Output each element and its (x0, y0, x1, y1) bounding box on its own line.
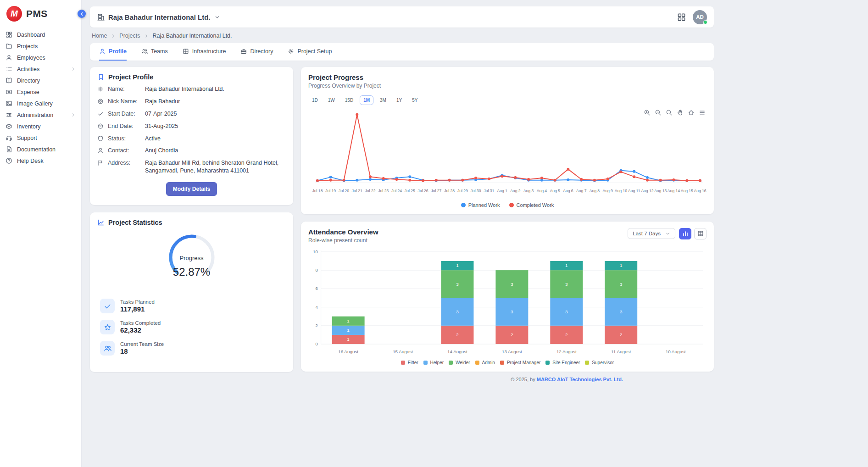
range-button-1d[interactable]: 1D (308, 95, 322, 105)
support-icon (6, 134, 12, 141)
progress-line-chart: Jul 18Jul 19Jul 20Jul 21Jul 22Jul 23Jul … (308, 106, 707, 200)
briefcase-icon (240, 48, 247, 55)
footer-company-link[interactable]: MARCO AIoT Technologies Pvt. Ltd. (537, 377, 623, 382)
range-button-1y[interactable]: 1Y (393, 95, 406, 105)
breadcrumb-separator (144, 33, 149, 39)
range-button-3m[interactable]: 3M (376, 95, 390, 105)
zoom-in-icon[interactable] (644, 109, 651, 116)
legend-completed-work[interactable]: Completed Work (509, 202, 554, 208)
svg-text:11 August: 11 August (611, 349, 631, 354)
employees-icon (6, 54, 12, 61)
sidebar-collapse-button[interactable] (78, 10, 86, 18)
person-icon (97, 147, 104, 154)
circle-x-icon (97, 123, 104, 129)
user-avatar[interactable]: AD (693, 10, 707, 24)
card-subtitle: Progress Overview by Project (308, 83, 707, 89)
sidebar-item-directory[interactable]: Directory (0, 75, 81, 86)
legend-supervisor[interactable]: Supervisor (585, 360, 614, 365)
apps-grid-icon[interactable] (677, 13, 686, 22)
sidebar-item-inventory[interactable]: Inventory (0, 121, 81, 132)
menu-icon[interactable] (699, 109, 706, 116)
administration-icon (6, 111, 12, 118)
range-button-15d[interactable]: 15D (341, 95, 357, 105)
app-logo[interactable]: M PMS (0, 0, 81, 29)
breadcrumb-item-projects[interactable]: Projects (119, 33, 140, 39)
sidebar-item-expense[interactable]: Expense (0, 86, 81, 98)
sidebar-item-support[interactable]: Support (0, 132, 81, 144)
sidebar-item-administration[interactable]: Administration (0, 109, 81, 121)
app-brand: PMS (26, 8, 48, 19)
check-icon (100, 299, 115, 313)
legend-swatch (401, 361, 405, 365)
zoom-out-icon[interactable] (655, 109, 662, 116)
sidebar-item-help-desk[interactable]: Help Desk (0, 155, 81, 167)
view-toggles (679, 228, 707, 239)
legend-project-manager[interactable]: Project Manager (500, 360, 540, 365)
attendance-bar-chart: 024681016 August11115 August14 August233… (308, 247, 707, 360)
svg-text:8: 8 (316, 268, 318, 272)
top-header: Raja Bahadur International Ltd. AD (90, 6, 714, 28)
avatar-initials: AD (696, 14, 704, 20)
svg-text:Aug 5: Aug 5 (550, 189, 560, 193)
tab-profile[interactable]: Profile (99, 43, 127, 61)
tab-directory[interactable]: Directory (240, 43, 273, 61)
profile-field-address: Address:Raja Bahadur Mill Rd, behind She… (97, 159, 286, 175)
sidebar-item-dashboard[interactable]: Dashboard (0, 29, 81, 40)
tab-infrastructure[interactable]: Infrastructure (183, 43, 226, 61)
tab-project-setup[interactable]: Project Setup (288, 43, 332, 61)
profile-field-name: Name:Raja Bahadur International Ltd. (97, 85, 286, 93)
svg-text:Aug 9: Aug 9 (602, 189, 613, 193)
svg-text:4: 4 (316, 305, 318, 309)
tab-teams[interactable]: Teams (141, 43, 168, 61)
svg-text:Aug 3: Aug 3 (523, 189, 534, 193)
modify-details-button[interactable]: Modify Details (166, 182, 217, 196)
svg-text:2: 2 (456, 332, 458, 337)
sidebar-item-documentation[interactable]: Documentation (0, 144, 81, 155)
selection-zoom-icon[interactable] (666, 109, 673, 116)
svg-text:Jul 27: Jul 27 (431, 189, 441, 193)
table-view-button[interactable] (694, 228, 707, 239)
documentation-icon (6, 146, 12, 153)
infrastructure-icon (183, 48, 189, 55)
svg-text:Jul 31: Jul 31 (484, 189, 494, 193)
breadcrumb-item-home[interactable]: Home (92, 33, 107, 39)
svg-text:1: 1 (565, 263, 568, 268)
legend-swatch (545, 361, 550, 365)
legend-swatch (475, 361, 479, 365)
svg-text:2: 2 (511, 332, 513, 337)
legend-helper[interactable]: Helper (423, 360, 444, 365)
building-icon (97, 13, 105, 21)
range-button-5y[interactable]: 5Y (408, 95, 421, 105)
svg-text:Jul 19: Jul 19 (325, 189, 336, 193)
sidebar-item-employees[interactable]: Employees (0, 52, 81, 63)
range-button-1m[interactable]: 1M (360, 95, 373, 105)
range-button-1w[interactable]: 1W (324, 95, 339, 105)
svg-text:Aug 4: Aug 4 (537, 189, 547, 193)
legend-admin[interactable]: Admin (475, 360, 495, 365)
svg-text:Jul 22: Jul 22 (365, 189, 376, 193)
bar-chart-icon (682, 230, 689, 237)
sidebar-item-projects[interactable]: Projects (0, 40, 81, 52)
home-icon[interactable] (688, 109, 695, 116)
legend-planned-work[interactable]: Planned Work (461, 202, 500, 208)
date-range-select[interactable]: Last 7 Days (628, 228, 675, 239)
legend-welder[interactable]: Welder (449, 360, 470, 365)
profile-field-nick-name: Nick Name:Raja Bahadur (97, 98, 286, 106)
table-icon (697, 230, 704, 237)
legend-swatch (461, 203, 466, 207)
date-range-value: Last 7 Days (633, 231, 661, 236)
legend-site-engineer[interactable]: Site Engineer (545, 360, 580, 365)
online-status-dot (703, 20, 707, 24)
svg-text:10 August: 10 August (666, 349, 686, 354)
svg-text:Aug 2: Aug 2 (510, 189, 521, 193)
sidebar-item-image-gallery[interactable]: Image Gallery (0, 98, 81, 109)
bar-chart-view-button[interactable] (679, 228, 691, 239)
legend-swatch (509, 203, 514, 207)
sidebar-item-activities[interactable]: Activities (0, 63, 81, 75)
svg-text:Jul 28: Jul 28 (444, 189, 455, 193)
profile-field-status: Status:Active (97, 135, 286, 143)
svg-text:2: 2 (620, 332, 622, 337)
company-selector[interactable]: Raja Bahadur International Ltd. (97, 13, 220, 21)
legend-fitter[interactable]: Fitter (401, 360, 418, 365)
pan-icon[interactable] (677, 109, 684, 116)
